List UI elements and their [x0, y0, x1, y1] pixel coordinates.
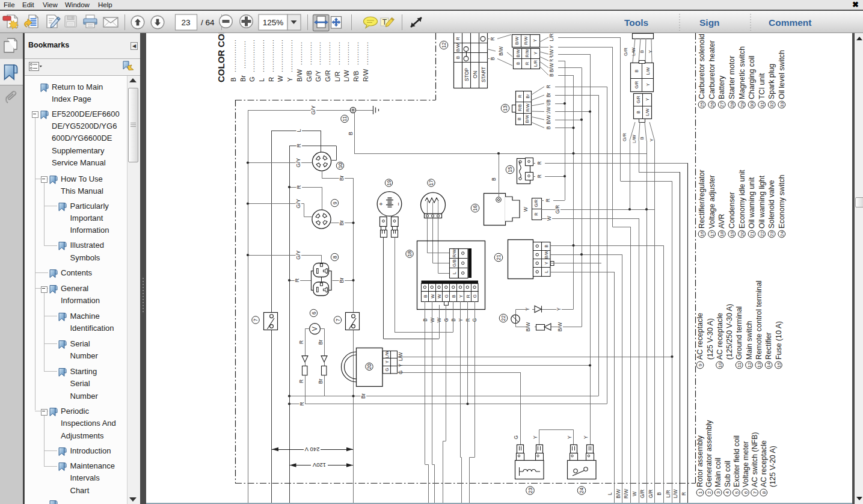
svg-text:B/W: B/W [526, 322, 531, 331]
svg-text:L/W: L/W [631, 134, 637, 143]
svg-text:B: B [549, 73, 554, 77]
svg-text:G/R: G/R [534, 200, 538, 207]
svg-text:12: 12 [747, 362, 752, 367]
svg-text:G/Y: G/Y [295, 199, 301, 209]
svg-text:AC receptacle: AC receptacle [760, 440, 768, 487]
svg-text:L/W: L/W [398, 352, 404, 361]
svg-text:Battery: Battery [717, 75, 726, 99]
svg-text:TCI unit: TCI unit [758, 73, 766, 99]
svg-text:R: R [455, 37, 461, 40]
svg-text:B/W: B/W [516, 49, 520, 58]
svg-text:G: G [248, 76, 256, 82]
svg-text:B: B [230, 78, 237, 82]
svg-text:L/W: L/W [646, 67, 650, 75]
svg-text:7: 7 [335, 318, 341, 321]
svg-text:15: 15 [507, 167, 513, 173]
svg-text:Sign: Sign [699, 17, 720, 28]
svg-text:B: B [423, 295, 428, 298]
svg-text:25: 25 [699, 102, 705, 107]
svg-text:24: 24 [579, 488, 585, 494]
svg-text:..........: .......... [306, 41, 313, 65]
svg-text:B: B [639, 50, 645, 53]
svg-text:Br: Br [526, 94, 530, 99]
svg-text:R: R [298, 340, 304, 344]
svg-text:Br: Br [546, 93, 551, 97]
svg-text:L/R: L/R [334, 72, 341, 82]
svg-text:B/W: B/W [549, 63, 554, 72]
svg-text:..........: .......... [362, 41, 369, 65]
svg-text:L/R: L/R [549, 34, 554, 41]
svg-text:R/W: R/W [526, 103, 530, 112]
svg-text:W: W [547, 216, 552, 221]
svg-text:30: 30 [749, 102, 755, 107]
svg-text:120V: 120V [312, 462, 326, 469]
svg-text:..........: .......... [334, 41, 341, 65]
svg-text:B: B [657, 492, 662, 496]
svg-text:15: 15 [776, 362, 782, 367]
svg-text:L: L [296, 129, 302, 132]
svg-text:19: 19 [729, 231, 735, 236]
svg-text:G/Y: G/Y [310, 105, 316, 115]
svg-text:9: 9 [332, 201, 338, 204]
svg-text:Br: Br [339, 220, 345, 226]
svg-text:R/W: R/W [624, 489, 629, 499]
svg-text:G/R: G/R [648, 490, 654, 499]
svg-text:23: 23 [527, 488, 533, 494]
svg-text:R: R [525, 62, 529, 65]
svg-text:Rectifier/regulator: Rectifier/regulator [698, 170, 706, 229]
svg-text:2: 2 [707, 491, 712, 494]
svg-text:Y: Y [525, 307, 530, 311]
svg-text:Generator assembly: Generator assembly [705, 420, 713, 487]
svg-text:Charging coil: Charging coil [748, 56, 756, 99]
svg-text:..........: .......... [324, 41, 331, 65]
svg-text:..........: .......... [296, 41, 303, 65]
svg-text:Starter motor: Starter motor [728, 56, 736, 99]
svg-text:17: 17 [428, 180, 434, 186]
svg-text:B: B [518, 117, 522, 120]
svg-text:+: + [378, 202, 384, 206]
svg-text:17: 17 [710, 231, 715, 236]
svg-text:Br: Br [360, 393, 366, 399]
svg-text:14: 14 [766, 362, 772, 367]
svg-text:B: B [546, 126, 551, 129]
svg-text:Condenser: Condenser [728, 192, 736, 229]
svg-text:B: B [639, 137, 645, 140]
svg-text:L: L [544, 271, 548, 273]
svg-text:24: 24 [779, 231, 785, 236]
svg-text:G: G [472, 294, 478, 298]
svg-text:R: R [298, 380, 304, 383]
svg-text:START: START [481, 67, 487, 82]
svg-text:/ 64: / 64 [201, 18, 215, 27]
svg-text:G/B: G/B [306, 70, 313, 82]
svg-text:B/W: B/W [616, 489, 621, 499]
svg-text:R: R [296, 143, 302, 147]
svg-text:Carburetor solenoid: Carburetor solenoid [698, 34, 706, 99]
svg-text:G: G [398, 370, 404, 374]
svg-text:G/R: G/R [623, 48, 628, 56]
svg-text:5: 5 [734, 491, 740, 494]
svg-text:125%: 125% [263, 18, 284, 27]
svg-text:28: 28 [729, 102, 735, 107]
svg-text:8: 8 [332, 256, 338, 259]
svg-text:Magnetic switch: Magnetic switch [738, 46, 746, 99]
svg-text:8: 8 [761, 491, 767, 494]
svg-text:(125 V-30 A): (125 V-30 A) [706, 318, 714, 360]
svg-text:18: 18 [719, 231, 725, 236]
svg-text:Fuse (10 A): Fuse (10 A) [775, 321, 783, 360]
svg-text:W: W [523, 207, 529, 212]
svg-text:6: 6 [743, 491, 749, 494]
svg-text:B: B [634, 69, 639, 72]
svg-text:L: L [258, 78, 265, 82]
svg-text:R/W: R/W [549, 49, 554, 59]
svg-text:9: 9 [698, 363, 703, 366]
svg-text:B: B [490, 57, 496, 60]
svg-text:13: 13 [757, 362, 762, 367]
svg-text:G/Y: G/Y [295, 250, 301, 260]
svg-text:16: 16 [472, 205, 478, 211]
svg-text:..............: .............. [268, 39, 275, 72]
svg-text:Rectifier: Rectifier [764, 333, 773, 360]
svg-text:B: B [491, 177, 497, 181]
svg-text:31: 31 [760, 102, 765, 107]
svg-text:Spark plug: Spark plug [767, 64, 776, 99]
svg-text:Y: Y [398, 363, 404, 367]
